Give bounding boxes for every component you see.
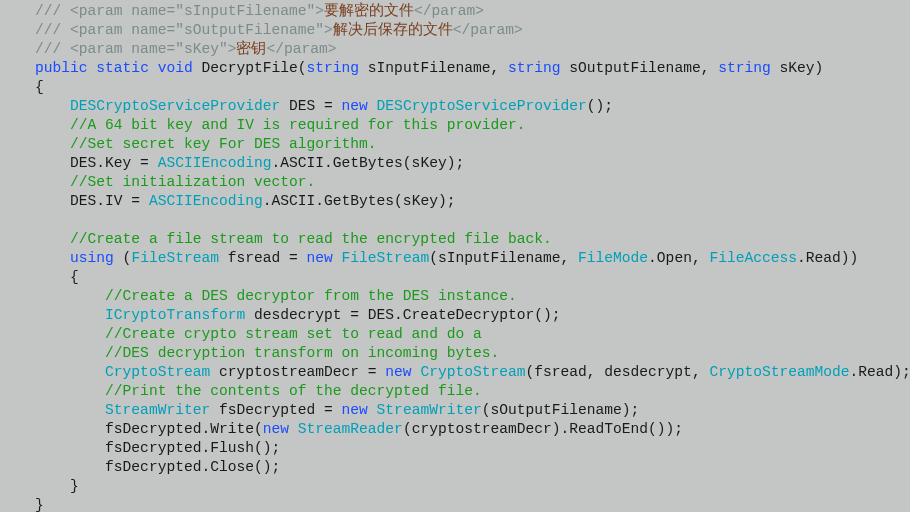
xmldoc-line: /// <param name="sInputFilename">要解密的文件<… <box>35 3 484 19</box>
type: ASCIIEncoding <box>158 155 272 171</box>
code-text: cryptostreamDecr = <box>210 364 385 380</box>
brace: } <box>70 478 79 494</box>
code-editor[interactable]: /// <param name="sInputFilename">要解密的文件<… <box>0 0 910 512</box>
type: FileAccess <box>709 250 797 266</box>
code-text: (sOutputFilename); <box>482 402 640 418</box>
type: FileStream <box>342 250 430 266</box>
code-text: (cryptostreamDecr).ReadToEnd()); <box>403 421 683 437</box>
brace: { <box>70 269 79 285</box>
comment: //Set secret key For DES algorithm. <box>70 136 377 152</box>
code-text: .ASCII.GetBytes(sKey); <box>272 155 465 171</box>
code-text: fsDecrypted.Close(); <box>105 459 280 475</box>
code-text: fsread = <box>219 250 307 266</box>
type: FileMode <box>578 250 648 266</box>
keyword: string <box>508 60 561 76</box>
type: CryptoStream <box>105 364 210 380</box>
type: StreamWriter <box>105 402 210 418</box>
type: CryptoStream <box>420 364 525 380</box>
param: sKey) <box>771 60 824 76</box>
type: StreamWriter <box>377 402 482 418</box>
comment: //Create a file stream to read the encry… <box>70 231 552 247</box>
type: StreamReader <box>298 421 403 437</box>
keyword: new <box>342 402 368 418</box>
comment: //Create a DES decryptor from the DES in… <box>105 288 517 304</box>
code-text: .Open, <box>648 250 709 266</box>
type: DESCryptoServiceProvider <box>70 98 280 114</box>
comment: //A 64 bit key and IV is required for th… <box>70 117 525 133</box>
code-text: DES.IV = <box>70 193 149 209</box>
keyword: void <box>158 60 193 76</box>
keyword: new <box>385 364 411 380</box>
type: ASCIIEncoding <box>149 193 263 209</box>
keyword: new <box>342 98 368 114</box>
code-text: fsDecrypted.Flush(); <box>105 440 280 456</box>
comment: //Create crypto stream set to read and d… <box>105 326 482 342</box>
param: sOutputFilename, <box>561 60 719 76</box>
code-text: fsDecrypted = <box>210 402 341 418</box>
code-text: (sInputFilename, <box>429 250 578 266</box>
code-text: desdecrypt = DES.CreateDecryptor(); <box>245 307 560 323</box>
type: FileStream <box>131 250 219 266</box>
comment: //DES decryption transform on incoming b… <box>105 345 499 361</box>
code-text: .Read); <box>850 364 910 380</box>
comment: //Set initialization vector. <box>70 174 315 190</box>
method-name: DecryptFile( <box>193 60 307 76</box>
code-text: (); <box>587 98 613 114</box>
type: DESCryptoServiceProvider <box>377 98 587 114</box>
code-text: DES.Key = <box>70 155 158 171</box>
brace: { <box>35 79 44 95</box>
code-text: .ASCII.GetBytes(sKey); <box>263 193 456 209</box>
keyword: string <box>307 60 360 76</box>
keyword: new <box>307 250 333 266</box>
keyword: static <box>96 60 149 76</box>
code-text: (fsread, desdecrypt, <box>525 364 709 380</box>
type: ICryptoTransform <box>105 307 245 323</box>
brace: } <box>35 497 44 512</box>
keyword: new <box>263 421 289 437</box>
type: CryptoStreamMode <box>709 364 849 380</box>
keyword: using <box>70 250 114 266</box>
param: sInputFilename, <box>359 60 508 76</box>
code-text: fsDecrypted.Write( <box>105 421 263 437</box>
keyword: public <box>35 60 88 76</box>
code-text: .Read)) <box>797 250 858 266</box>
comment: //Print the contents of the decrypted fi… <box>105 383 482 399</box>
code-text: DES = <box>280 98 341 114</box>
keyword: string <box>718 60 771 76</box>
xmldoc-line: /// <param name="sOutputFilename">解决后保存的… <box>35 22 523 38</box>
code-text: ( <box>114 250 132 266</box>
xmldoc-line: /// <param name="sKey">密钥</param> <box>35 41 337 57</box>
